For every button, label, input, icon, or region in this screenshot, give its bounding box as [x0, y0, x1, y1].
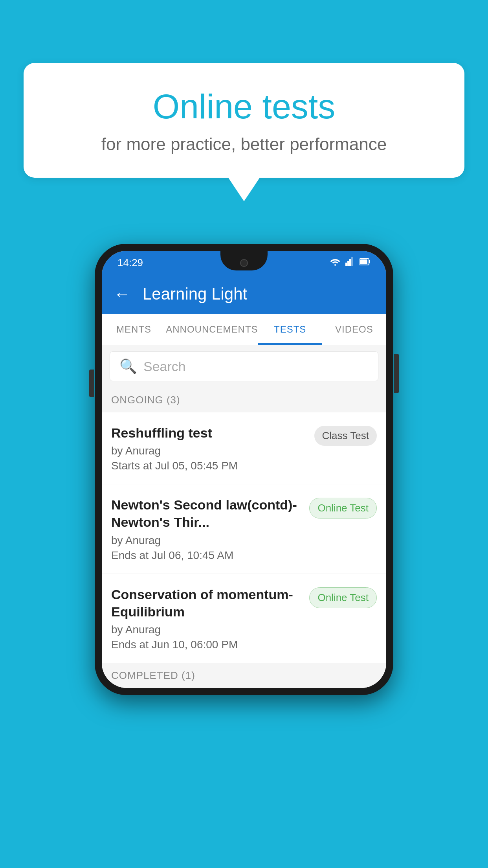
- test-info-3: Conservation of momentum-Equilibrium by …: [111, 586, 301, 651]
- speech-bubble-container: Online tests for more practice, better p…: [24, 63, 464, 201]
- speech-bubble-subtitle: for more practice, better performance: [55, 134, 433, 154]
- test-item-2[interactable]: Newton's Second law(contd)-Newton's Thir…: [102, 484, 386, 574]
- status-time: 14:29: [117, 257, 143, 269]
- search-container: 🔍 Search: [102, 345, 386, 388]
- test-info-2: Newton's Second law(contd)-Newton's Thir…: [111, 496, 301, 561]
- test-item-1[interactable]: Reshuffling test by Anurag Starts at Jul…: [102, 412, 386, 484]
- test-author-2: by Anurag: [111, 534, 301, 547]
- wifi-icon: [330, 257, 341, 268]
- svg-rect-2: [347, 261, 349, 266]
- tab-tests[interactable]: TESTS: [258, 314, 322, 345]
- test-badge-1: Class Test: [314, 426, 377, 446]
- notch: [220, 251, 268, 270]
- phone-container: 14:29: [95, 244, 393, 695]
- test-list: Reshuffling test by Anurag Starts at Jul…: [102, 412, 386, 663]
- test-title-1: Reshuffling test: [111, 424, 306, 441]
- completed-section-header: COMPLETED (1): [102, 663, 386, 688]
- status-bar: 14:29: [102, 251, 386, 274]
- tab-announcements[interactable]: ANNOUNCEMENTS: [166, 314, 258, 345]
- ongoing-section-header: ONGOING (3): [102, 388, 386, 412]
- speech-bubble: Online tests for more practice, better p…: [24, 63, 464, 178]
- camera-notch: [240, 259, 248, 267]
- search-icon: 🔍: [119, 358, 137, 375]
- svg-rect-7: [360, 259, 367, 264]
- completed-label: COMPLETED (1): [111, 669, 195, 681]
- svg-rect-4: [351, 257, 353, 266]
- phone-screen: 14:29: [102, 251, 386, 688]
- svg-point-0: [334, 264, 336, 266]
- test-item-3[interactable]: Conservation of momentum-Equilibrium by …: [102, 574, 386, 663]
- phone-frame: 14:29: [95, 244, 393, 695]
- speech-bubble-arrow: [228, 178, 260, 201]
- svg-rect-1: [345, 263, 347, 266]
- tab-videos[interactable]: VIDEOS: [322, 314, 386, 345]
- tab-ments[interactable]: MENTS: [102, 314, 166, 345]
- svg-rect-6: [369, 260, 370, 263]
- tab-bar: MENTS ANNOUNCEMENTS TESTS VIDEOS: [102, 314, 386, 345]
- test-title-2: Newton's Second law(contd)-Newton's Thir…: [111, 496, 301, 531]
- back-button[interactable]: ←: [114, 284, 131, 304]
- test-info-1: Reshuffling test by Anurag Starts at Jul…: [111, 424, 306, 472]
- test-author-3: by Anurag: [111, 623, 301, 636]
- app-bar: ← Learning Light: [102, 274, 386, 314]
- test-time-1: Starts at Jul 05, 05:45 PM: [111, 460, 306, 472]
- test-badge-3: Online Test: [309, 587, 377, 608]
- ongoing-label: ONGOING (3): [111, 394, 180, 406]
- search-bar[interactable]: 🔍 Search: [110, 351, 378, 381]
- battery-icon: [360, 257, 371, 268]
- status-icons: [330, 257, 371, 268]
- search-placeholder: Search: [143, 359, 186, 374]
- test-title-3: Conservation of momentum-Equilibrium: [111, 586, 301, 620]
- speech-bubble-title: Online tests: [55, 86, 433, 127]
- svg-rect-3: [349, 259, 351, 266]
- test-time-3: Ends at Jun 10, 06:00 PM: [111, 638, 301, 651]
- test-author-1: by Anurag: [111, 445, 306, 457]
- app-title: Learning Light: [143, 285, 247, 303]
- test-time-2: Ends at Jul 06, 10:45 AM: [111, 549, 301, 562]
- signal-icon: [345, 257, 355, 268]
- test-badge-2: Online Test: [309, 498, 377, 519]
